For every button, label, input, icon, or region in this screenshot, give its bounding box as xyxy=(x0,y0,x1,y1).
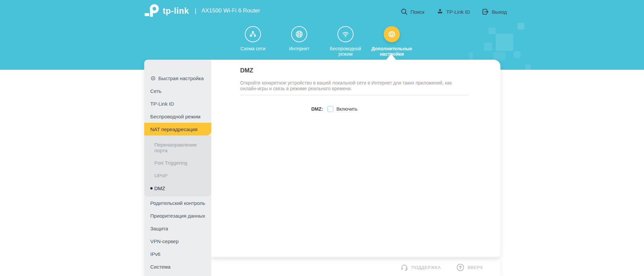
decor-pixel xyxy=(488,27,496,34)
network-map-icon xyxy=(245,26,261,42)
sidebar-item-tplink-id[interactable]: TP-Link ID xyxy=(144,97,211,110)
search-button[interactable]: Поиск xyxy=(400,8,425,15)
brand-separator: | xyxy=(195,7,197,14)
decor-pixel xyxy=(469,52,473,60)
page-description: Откройте конкретное устройство в вашей л… xyxy=(240,80,460,92)
sidebar-item-vpn-server[interactable]: VPN-сервер xyxy=(144,235,211,247)
tab-label: Беспроводной режим xyxy=(322,46,369,57)
submenu-item-label: Port Triggering xyxy=(154,160,187,166)
sidebar-item-label: Родительский контроль xyxy=(150,200,205,206)
sidebar-item-system[interactable]: Система xyxy=(144,260,211,273)
bullet-dot-icon xyxy=(150,187,153,189)
sidebar-item-label: Защита xyxy=(150,226,168,231)
scroll-to-top-button[interactable]: ВВЕРХ xyxy=(456,263,483,272)
sidebar-item-label: Быстрая настройка xyxy=(158,75,204,81)
tplink-id-button[interactable]: TP-Link ID xyxy=(436,8,470,15)
sidebar-item-ipv6[interactable]: IPv6 xyxy=(144,247,211,260)
submenu-item-dmz[interactable]: DMZ xyxy=(144,182,211,195)
sidebar-item-nat-forwarding[interactable]: NAT переадресация xyxy=(144,123,211,135)
content-panel: DMZ Откройте конкретное устройство в ваш… xyxy=(211,60,500,257)
decor-pixel xyxy=(518,23,524,30)
tplink-id-label: TP-Link ID xyxy=(446,9,470,15)
sidebar-item-security[interactable]: Защита xyxy=(144,222,211,235)
scroll-top-label: ВВЕРХ xyxy=(468,265,483,270)
globe-icon xyxy=(291,26,307,42)
sidebar-item-network[interactable]: Сеть xyxy=(144,85,211,97)
brand: tp-link | AX1500 Wi-Fi 6 Router xyxy=(144,4,260,17)
router-model-title: AX1500 Wi-Fi 6 Router xyxy=(201,7,260,14)
sidebar-item-label: TP-Link ID xyxy=(150,101,174,107)
dmz-enable-checkbox[interactable] xyxy=(327,106,333,112)
decor-pixel xyxy=(493,52,505,60)
sidebar-item-label: Приоритезация данных xyxy=(150,213,205,219)
tab-internet[interactable]: Интернет xyxy=(276,26,322,57)
tab-network-map[interactable]: Схема сети xyxy=(230,26,276,57)
gear-icon xyxy=(384,26,400,42)
decor-pixel xyxy=(514,51,521,58)
main-nav: Схема сети Интернет xyxy=(230,26,415,57)
decor-pixel xyxy=(525,64,531,70)
tab-label: Схема сети xyxy=(240,46,266,51)
submenu-item-label: UPnP xyxy=(154,173,167,178)
submenu-item-port-forwarding[interactable]: Перенаправление порта xyxy=(144,139,211,156)
section-divider xyxy=(240,95,468,95)
sidebar-item-label: Сеть xyxy=(150,88,161,94)
tp-link-logo-icon xyxy=(144,4,160,17)
dmz-field-label: DMZ: xyxy=(240,106,323,112)
brand-wordmark: tp-link xyxy=(163,6,189,16)
tab-label: Интернет xyxy=(289,46,309,51)
decor-pixel xyxy=(496,34,513,51)
logout-icon xyxy=(482,8,489,15)
footer-bar: ПОДДЕРЖКА ВВЕРХ xyxy=(211,259,500,276)
support-button[interactable]: ПОДДЕРЖКА xyxy=(400,263,441,272)
logout-button[interactable]: Выход xyxy=(482,8,507,15)
page-title: DMZ xyxy=(240,67,253,74)
sidebar: Быстрая настройка Сеть TP-Link ID Беспро… xyxy=(144,60,211,276)
arrow-up-circle-icon xyxy=(456,263,465,272)
decor-pixel xyxy=(484,43,492,51)
tab-label: Дополнительные настройки xyxy=(369,46,415,57)
tab-wireless[interactable]: Беспроводной режим xyxy=(322,26,369,57)
wifi-icon xyxy=(337,26,354,42)
sidebar-item-quick-setup[interactable]: Быстрая настройка xyxy=(144,72,211,85)
support-label: ПОДДЕРЖКА xyxy=(412,265,441,270)
sidebar-item-label: Система xyxy=(150,264,170,270)
router-admin-page: tp-link | AX1500 Wi-Fi 6 Router Поиск TP… xyxy=(0,0,644,276)
sidebar-item-label: VPN-сервер xyxy=(150,238,179,244)
sidebar-submenu-nat: Перенаправление порта Port Triggering UP… xyxy=(144,135,211,197)
sidebar-item-parental-controls[interactable]: Родительский контроль xyxy=(144,197,211,209)
dmz-enable-checkbox-label[interactable]: Включить xyxy=(336,106,358,112)
submenu-item-label: Перенаправление порта xyxy=(154,142,196,153)
submenu-item-port-triggering[interactable]: Port Triggering xyxy=(144,156,211,169)
submenu-item-label: DMZ xyxy=(154,185,165,191)
sidebar-item-label: Беспроводной режим xyxy=(150,114,200,119)
dmz-enable-row: DMZ: Включить xyxy=(240,106,358,112)
search-label: Поиск xyxy=(411,9,425,15)
search-icon xyxy=(400,8,408,15)
sidebar-item-label: IPv6 xyxy=(150,251,160,257)
tab-advanced-settings[interactable]: Дополнительные настройки xyxy=(369,26,415,57)
headset-icon xyxy=(400,263,409,272)
sidebar-item-wireless[interactable]: Беспроводной режим xyxy=(144,110,211,123)
sidebar-item-label: NAT переадресация xyxy=(150,126,198,132)
header-actions: Поиск TP-Link ID Выход xyxy=(400,8,507,15)
person-icon xyxy=(436,8,444,15)
sidebar-item-qos[interactable]: Приоритезация данных xyxy=(144,209,211,222)
gear-outline-icon xyxy=(150,75,156,81)
submenu-item-upnp[interactable]: UPnP xyxy=(144,169,211,182)
logout-label: Выход xyxy=(492,9,507,15)
